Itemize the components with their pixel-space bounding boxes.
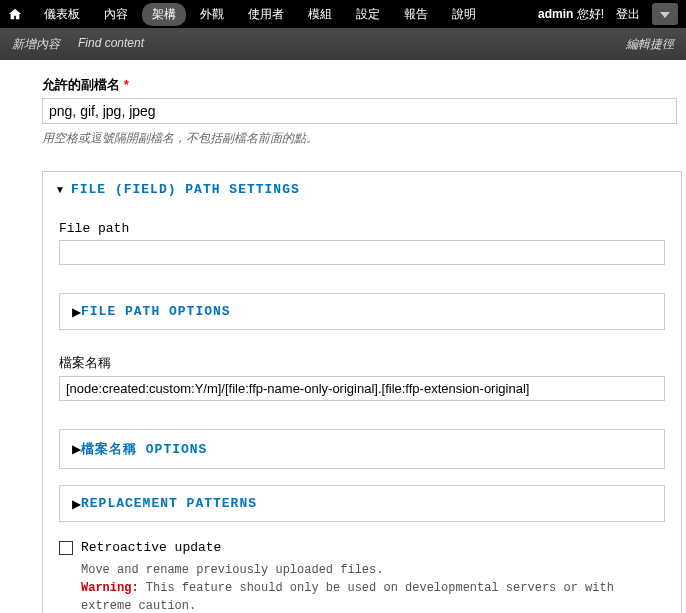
add-content-link[interactable]: 新增內容	[12, 36, 60, 53]
file-name-label: 檔案名稱	[59, 354, 665, 372]
file-name-options-title: 檔案名稱 OPTIONS	[81, 440, 207, 458]
required-marker: *	[124, 77, 129, 92]
allowed-extensions-help: 用空格或逗號隔開副檔名，不包括副檔名前面的點。	[42, 130, 686, 147]
file-path-input[interactable]	[59, 240, 665, 265]
caret-right-icon: ▶	[72, 497, 81, 511]
caret-right-icon: ▶	[72, 442, 81, 456]
menu-appearance[interactable]: 外觀	[190, 3, 234, 26]
menu-structure[interactable]: 架構	[142, 3, 186, 26]
menu-reports[interactable]: 報告	[394, 3, 438, 26]
file-path-label: File path	[59, 221, 665, 236]
find-content-link[interactable]: Find content	[78, 36, 144, 53]
menu-users[interactable]: 使用者	[238, 3, 294, 26]
top-menu-left: 儀表板 內容 架構 外觀 使用者 模組 設定 報告 說明	[8, 3, 538, 26]
retroactive-update-row: Retroactive update	[59, 540, 665, 555]
sub-menu: 新增內容 Find content 編輯捷徑	[0, 28, 686, 60]
menu-dashboard[interactable]: 儀表板	[34, 3, 90, 26]
file-path-options-fieldset: ▶ FILE PATH OPTIONS	[59, 293, 665, 330]
home-icon[interactable]	[8, 7, 22, 21]
replacement-patterns-title: REPLACEMENT PATTERNS	[81, 496, 257, 511]
content-area: 允許的副檔名 * 用空格或逗號隔開副檔名，不包括副檔名前面的點。 ▼ FILE …	[0, 60, 686, 613]
file-path-options-header[interactable]: ▶ FILE PATH OPTIONS	[60, 294, 664, 329]
fieldset-body: File path ▶ FILE PATH OPTIONS 檔案名稱 ▶ 檔案名…	[43, 207, 681, 613]
sub-menu-left: 新增內容 Find content	[12, 36, 144, 53]
edit-shortcuts-link[interactable]: 編輯捷徑	[626, 36, 674, 53]
file-name-input[interactable]	[59, 376, 665, 401]
caret-down-icon: ▼	[55, 184, 65, 195]
menu-settings[interactable]: 設定	[346, 3, 390, 26]
logout-link[interactable]: 登出	[616, 6, 640, 23]
file-name-options-fieldset: ▶ 檔案名稱 OPTIONS	[59, 429, 665, 469]
menu-help[interactable]: 說明	[442, 3, 486, 26]
user-greeting: 您好!	[577, 7, 604, 21]
top-menu-right: admin 您好! 登出	[538, 3, 678, 25]
allowed-extensions-input[interactable]	[42, 98, 677, 124]
dropdown-toggle[interactable]	[652, 3, 678, 25]
file-field-path-settings-header[interactable]: ▼ FILE (FIELD) PATH SETTINGS	[43, 172, 681, 207]
warning-label: Warning:	[81, 581, 139, 595]
replacement-patterns-header[interactable]: ▶ REPLACEMENT PATTERNS	[60, 486, 664, 521]
retroactive-update-checkbox[interactable]	[59, 541, 73, 555]
top-menu: 儀表板 內容 架構 外觀 使用者 模組 設定 報告 說明 admin 您好! 登…	[0, 0, 686, 28]
caret-right-icon: ▶	[72, 305, 81, 319]
menu-modules[interactable]: 模組	[298, 3, 342, 26]
retroactive-update-label: Retroactive update	[81, 540, 221, 555]
user-name[interactable]: admin	[538, 7, 573, 21]
file-path-options-title: FILE PATH OPTIONS	[81, 304, 231, 319]
retroactive-update-desc: Move and rename previously uploaded file…	[81, 561, 665, 613]
file-name-options-header[interactable]: ▶ 檔案名稱 OPTIONS	[60, 430, 664, 468]
allowed-extensions-label: 允許的副檔名 *	[42, 76, 686, 94]
file-field-path-settings-fieldset: ▼ FILE (FIELD) PATH SETTINGS File path ▶…	[42, 171, 682, 613]
fieldset-title: FILE (FIELD) PATH SETTINGS	[71, 182, 300, 197]
menu-content[interactable]: 內容	[94, 3, 138, 26]
replacement-patterns-fieldset: ▶ REPLACEMENT PATTERNS	[59, 485, 665, 522]
